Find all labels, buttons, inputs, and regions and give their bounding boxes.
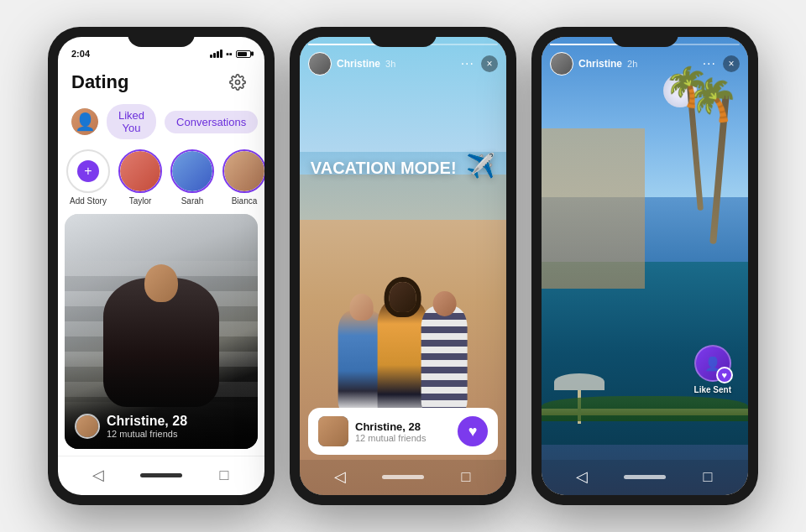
phone-1-screen: 2:04 ▪▪ Dating xyxy=(58,37,264,495)
status-time: 2:04 xyxy=(71,49,90,59)
phone-3-screen: 🌴 🌴 xyxy=(542,37,748,495)
battery-icon xyxy=(236,50,251,58)
story-screen-3: 🌴 🌴 xyxy=(542,37,748,495)
taylor-circle[interactable] xyxy=(118,149,162,193)
story-row: + Add Story Taylor Sarah Bianc xyxy=(58,146,264,214)
like-sent-avatar: 👤 ♥ xyxy=(694,345,731,382)
home-indicator-3[interactable] xyxy=(624,475,666,479)
home-button[interactable]: □ xyxy=(212,463,236,487)
sarah-circle[interactable] xyxy=(170,149,214,193)
tab-liked-you[interactable]: Liked You xyxy=(107,104,156,139)
settings-button[interactable] xyxy=(224,69,251,96)
card-mini-avatar xyxy=(75,414,100,439)
story-taylor[interactable]: Taylor xyxy=(118,149,162,206)
phone-1: 2:04 ▪▪ Dating xyxy=(48,27,275,505)
tab-row: 👤 Liked You Conversations xyxy=(58,101,264,146)
card-info-overlay: Christine, 28 12 mutual friends xyxy=(65,404,258,449)
phone-2-screen: VACATION MODE! ✈️ Christine 3h ··· xyxy=(300,37,506,495)
story-bianca[interactable]: Bianca xyxy=(222,149,264,206)
dating-card[interactable]: Christine, 28 12 mutual friends xyxy=(65,214,258,449)
status-icons: ▪▪ xyxy=(210,49,251,59)
story-header-right-3: ··· × xyxy=(703,55,740,72)
story-nav-bar-3: ◁ □ xyxy=(542,460,748,495)
home-indicator[interactable] xyxy=(140,473,182,477)
phone-3: 🌴 🌴 xyxy=(531,27,758,505)
story-card-mutual-2: 12 mutual friends xyxy=(355,433,458,443)
bianca-circle[interactable] xyxy=(222,149,264,193)
story-menu-icon-3[interactable]: ··· xyxy=(703,56,716,71)
story-person-avatar xyxy=(308,52,332,76)
card-mutual-friends: 12 mutual friends xyxy=(107,429,187,439)
home-button-2[interactable]: □ xyxy=(454,465,478,488)
story-card-info-2: Christine, 28 12 mutual friends xyxy=(355,420,458,443)
story-header-3: Christine 2h ··· × xyxy=(550,52,740,76)
story-card-avatar-2 xyxy=(318,416,348,446)
add-icon: + xyxy=(77,160,99,182)
story-sarah[interactable]: Sarah xyxy=(170,149,214,206)
story-person-avatar-3 xyxy=(550,52,573,76)
tab-conversations[interactable]: Conversations xyxy=(165,111,258,133)
add-story-label: Add Story xyxy=(70,196,107,206)
vacation-mode-text: VACATION MODE! ✈️ xyxy=(311,152,495,180)
story-screen-2: VACATION MODE! ✈️ Christine 3h ··· xyxy=(300,37,506,495)
tab-avatar: 👤 xyxy=(71,108,98,135)
pool-background: 🌴 🌴 xyxy=(542,37,748,495)
phone-3-notch xyxy=(611,27,678,47)
story-close-button-3[interactable]: × xyxy=(723,55,740,72)
story-card-name-2: Christine, 28 xyxy=(355,420,458,433)
story-nav-bar-2: ◁ □ xyxy=(300,460,506,495)
back-button-3[interactable]: ◁ xyxy=(570,465,594,488)
plane-emoji: ✈️ xyxy=(466,153,495,179)
phone-1-notch xyxy=(128,27,195,47)
back-button[interactable]: ◁ xyxy=(86,463,110,487)
heart-overlay-icon: ♥ xyxy=(716,367,733,383)
app-title: Dating xyxy=(71,71,128,93)
story-progress-fill xyxy=(308,44,384,45)
story-header-left-3: Christine 2h xyxy=(550,52,637,76)
phone-2: VACATION MODE! ✈️ Christine 3h ··· xyxy=(290,27,516,505)
svg-point-0 xyxy=(236,81,240,85)
sarah-label: Sarah xyxy=(181,196,204,206)
story-header-left: Christine 3h xyxy=(308,52,395,76)
navigation-bar: ◁ □ xyxy=(58,456,264,495)
story-person-name-2: Christine xyxy=(337,58,380,70)
home-button-3[interactable]: □ xyxy=(696,465,720,488)
like-sent-badge: 👤 ♥ Like Sent xyxy=(694,345,731,394)
story-header-right: ··· × xyxy=(461,55,498,72)
phone-2-notch xyxy=(369,27,437,47)
story-time-2: 3h xyxy=(385,59,395,69)
story-close-button[interactable]: × xyxy=(481,55,498,72)
like-button-2[interactable]: ♥ xyxy=(458,416,488,446)
story-time-3: 2h xyxy=(627,59,637,69)
back-button-2[interactable]: ◁ xyxy=(328,465,352,488)
bianca-label: Bianca xyxy=(232,196,258,206)
story-menu-icon[interactable]: ··· xyxy=(461,56,474,71)
taylor-label: Taylor xyxy=(129,196,152,206)
story-add[interactable]: + Add Story xyxy=(66,149,110,206)
wifi-icon: ▪▪ xyxy=(226,49,233,59)
story-card-bottom-2: Christine, 28 12 mutual friends ♥ xyxy=(308,408,498,455)
card-person-row: Christine, 28 12 mutual friends xyxy=(75,414,248,439)
home-indicator-2[interactable] xyxy=(382,475,424,479)
app-header: Dating xyxy=(58,62,264,101)
story-header-2: Christine 3h ··· × xyxy=(308,52,498,76)
add-story-circle[interactable]: + xyxy=(66,149,110,193)
card-person-name: Christine, 28 xyxy=(107,414,187,429)
like-sent-label: Like Sent xyxy=(694,385,731,394)
signal-icon xyxy=(210,50,222,58)
story-person-name-3: Christine xyxy=(578,58,622,70)
